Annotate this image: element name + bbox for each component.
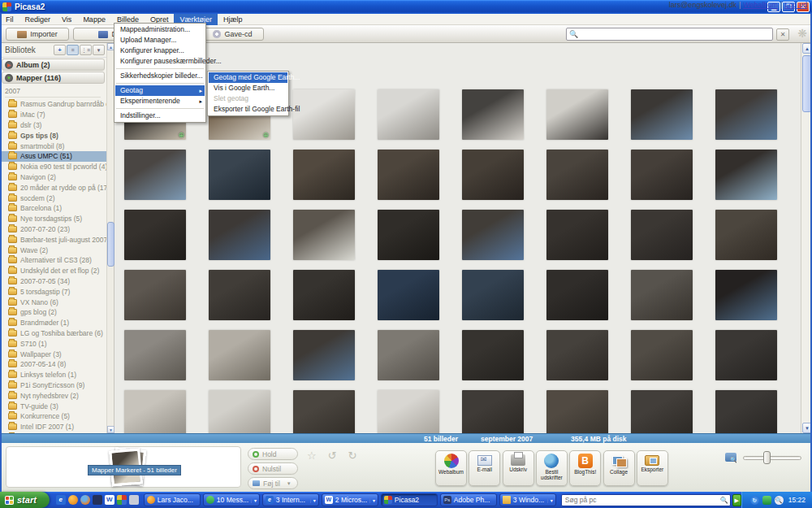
expand-arrow-icon[interactable]: ▼: [5, 74, 13, 82]
photo-thumbnail[interactable]: [293, 210, 355, 260]
photo-thumbnail[interactable]: [378, 89, 439, 140]
taskbar-task-adobe-ph-[interactable]: PsAdobe Ph...: [440, 493, 497, 506]
folder-item[interactable]: Gps tips (8): [0, 130, 106, 141]
folder-item[interactable]: dslr (3): [0, 120, 106, 131]
folder-item[interactable]: Rasmus Gandrup barnrdåb ok...: [0, 99, 106, 110]
folder-item[interactable]: Konkurrence (5): [0, 411, 106, 422]
folder-item[interactable]: iMac (7): [0, 110, 106, 120]
search-box[interactable]: 🔍: [566, 28, 773, 41]
folder-item[interactable]: 2007-07-05 (34): [0, 276, 106, 287]
menu-item[interactable]: Eksperimenterende▸: [115, 96, 205, 106]
menu-hjælp[interactable]: Hjælp: [218, 14, 248, 25]
tree-view-button[interactable]: ⋮≡: [80, 45, 92, 55]
photo-thumbnail[interactable]: [462, 210, 524, 260]
photo-thumbnail[interactable]: [293, 89, 355, 140]
agent-tray-icon[interactable]: [762, 496, 771, 505]
folder-item[interactable]: VX Nano (6): [0, 297, 106, 307]
udskriv-button[interactable]: Udskriv: [503, 450, 534, 486]
taskbar-task-10-mess-[interactable]: 10 Mess...▾: [203, 493, 260, 506]
eksporter-button[interactable]: Eksporter: [637, 450, 668, 486]
menu-item[interactable]: Sikkerhedskopier billeder...: [115, 71, 205, 81]
ball-quicklaunch-icon[interactable]: [68, 495, 78, 505]
photo-thumbnail[interactable]: [631, 390, 693, 433]
photo-thumbnail[interactable]: [462, 330, 524, 380]
word-quicklaunch-icon[interactable]: W: [105, 495, 114, 505]
photo-thumbnail[interactable]: [293, 270, 355, 320]
logout-link[interactable]: Log ud: [784, 1, 807, 9]
folder-item[interactable]: 5 torsdagstip (7): [0, 286, 106, 297]
zoom-slider-thumb[interactable]: [763, 451, 771, 464]
folder-item[interactable]: S710 (1): [0, 338, 106, 349]
photo-thumbnail[interactable]: [631, 330, 693, 380]
menu-item[interactable]: Upload Manager...: [115, 35, 205, 46]
star-icon[interactable]: ☆: [307, 449, 317, 462]
e-mail-button[interactable]: E-mail: [469, 450, 500, 486]
sort-dropdown-button[interactable]: ▾: [93, 45, 105, 55]
menu-item[interactable]: Indstillinger...: [115, 111, 205, 121]
rotate-right-icon[interactable]: ↻: [348, 449, 357, 462]
menu-fil[interactable]: Fil: [0, 14, 19, 25]
folder-item[interactable]: Asus UMPC (51): [0, 151, 106, 162]
photo-thumbnail[interactable]: [378, 330, 439, 380]
folder-item[interactable]: Navigon (2): [0, 172, 106, 183]
menu-item[interactable]: Mappeadministration...: [115, 24, 205, 35]
menu-item[interactable]: Konfigurer knapper...: [115, 46, 205, 56]
photo-thumbnail[interactable]: [546, 89, 608, 140]
menu-item[interactable]: Eksporter til Google Earth-fil: [209, 104, 287, 115]
photo-thumbnail[interactable]: [124, 270, 186, 320]
photo-thumbnail[interactable]: [631, 270, 693, 320]
photo-thumbnail[interactable]: [462, 270, 524, 320]
zoom-slider-track[interactable]: [743, 456, 801, 460]
gray-quicklaunch-icon[interactable]: [129, 495, 139, 505]
search-clear-button[interactable]: ✕: [776, 28, 789, 41]
folder-item[interactable]: TV-guide (3): [0, 401, 106, 411]
giftcd-button[interactable]: Gave-cd: [201, 28, 264, 41]
folder-item[interactable]: Linksys telefon (1): [0, 370, 106, 380]
photo-thumbnail[interactable]: [715, 210, 777, 260]
photo-thumbnail[interactable]: [209, 390, 270, 433]
update-tray-icon[interactable]: ↻: [750, 496, 759, 505]
selection-tray[interactable]: Mapper Markeret - 51 billeder: [6, 446, 241, 488]
folder-item[interactable]: Nye torsdagstips (5): [0, 214, 106, 224]
folder-item[interactable]: Bærbar-test juli-august 2007 (20): [0, 234, 106, 245]
photo-thumbnail[interactable]: [715, 390, 777, 433]
folder-item[interactable]: Wave (2): [0, 245, 106, 255]
desktop-search-input[interactable]: [562, 496, 720, 504]
photo-thumbnail[interactable]: [631, 89, 693, 140]
photo-thumbnail[interactable]: [546, 330, 608, 380]
folder-item[interactable]: Nyt nyhedsbrev (2): [0, 390, 106, 401]
flat-view-button[interactable]: ≡: [67, 45, 79, 55]
photo-thumbnail[interactable]: [546, 210, 608, 260]
taskbar-task-picasa2[interactable]: Picasa2: [381, 493, 438, 506]
menu-item[interactable]: Vis i Google Earth...: [209, 83, 287, 93]
media-quicklaunch-icon[interactable]: [93, 495, 102, 505]
photo-thumbnail[interactable]: [631, 150, 693, 200]
folder-item[interactable]: 2007-07-20 (23): [0, 224, 106, 235]
add-album-button[interactable]: +: [54, 45, 66, 55]
add-to-button[interactable]: Føj til ▼: [248, 477, 298, 489]
folder-item[interactable]: Intel IDF 2007 (1): [0, 422, 106, 432]
photo-thumbnail[interactable]: [378, 390, 439, 433]
photo-thumbnail[interactable]: [124, 210, 186, 260]
menu-item[interactable]: Geotag▸: [115, 85, 205, 96]
photo-thumbnail[interactable]: [715, 89, 777, 140]
search-input[interactable]: [581, 29, 772, 39]
ie-quicklaunch-icon[interactable]: e: [56, 495, 66, 505]
folder-item[interactable]: LG og Toshiba bærbare (6): [0, 328, 106, 339]
photo-thumbnail[interactable]: [378, 150, 439, 200]
photo-thumbnail[interactable]: [209, 270, 270, 320]
photo-thumbnail[interactable]: [209, 210, 270, 260]
rotate-left-icon[interactable]: ↺: [328, 449, 337, 462]
webalbum-link[interactable]: Webalbum: [743, 1, 778, 9]
photo-thumbnail[interactable]: [631, 210, 693, 260]
photo-thumbnail[interactable]: [293, 150, 355, 200]
folder-item[interactable]: smartmobil (8): [0, 141, 106, 151]
folder-item[interactable]: Undskyld det er et flop (2): [0, 266, 106, 276]
folder-item[interactable]: Alternativer til CS3 (28): [0, 255, 106, 266]
webalbum-button[interactable]: Webalbum: [435, 450, 467, 486]
photo-thumbnail[interactable]: [378, 270, 439, 320]
search-go-button[interactable]: ▶: [732, 494, 741, 506]
folder-item[interactable]: Barcelona (1): [0, 203, 106, 214]
start-button[interactable]: start: [0, 492, 50, 508]
folder-item[interactable]: Wallpaper (3): [0, 349, 106, 359]
